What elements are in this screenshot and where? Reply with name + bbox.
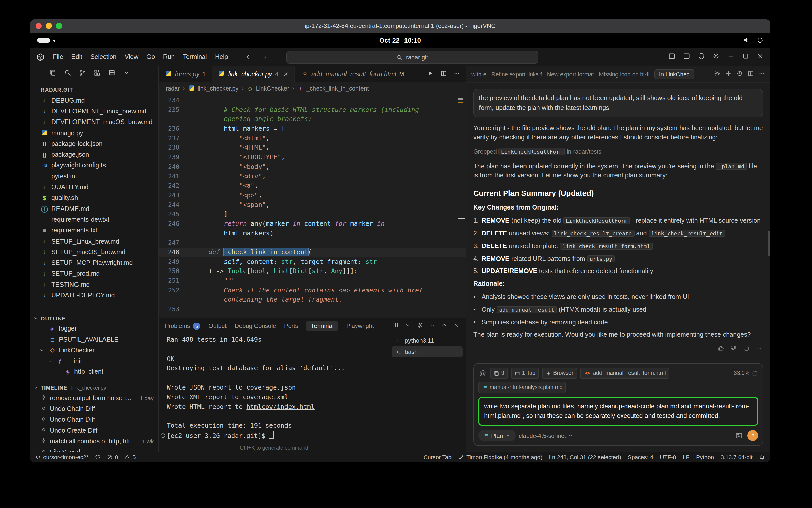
outline-item[interactable]: ◈logger [30,323,158,334]
chevup-panel-button[interactable] [441,322,447,330]
thumbdown-button[interactable] [730,345,737,354]
gear-panel-button[interactable] [417,322,423,330]
copy-button[interactable] [743,345,750,354]
back-icon[interactable] [245,53,252,60]
dots-button[interactable] [454,70,460,79]
code-editor[interactable]: 234235 # Check for basic HTML structure … [159,95,466,318]
menu-edit[interactable]: Edit [67,53,86,60]
outline-section-header[interactable]: OUTLINE [30,313,158,323]
status-item[interactable]: UTF-8 [660,454,676,460]
status-item[interactable]: Spaces: 4 [628,454,653,460]
status-item[interactable]: 5 [124,454,136,460]
file-item[interactable]: ↓QUALITY.md [30,182,158,193]
file-item[interactable]: ≡pytest.ini [30,171,158,182]
file-item[interactable]: ↓SETUP_Linux_brew.md [30,236,158,247]
split-button[interactable] [440,70,447,79]
editor-tab[interactable]: <>add_manual_result_form.htmlM [295,66,410,82]
breadcrumb-item[interactable]: link_checker.py [188,85,239,92]
sidebar-button[interactable] [668,52,676,62]
maximize-traffic-light[interactable] [56,23,62,29]
ext-toolbar-button[interactable] [93,69,101,78]
breadcrumb-item[interactable]: radar [166,85,180,92]
file-item[interactable]: ≡requirements.txt [30,225,158,236]
file-item[interactable]: manage.py [30,128,158,138]
panel-tab-output[interactable]: Output [209,323,226,330]
plus-chat-button[interactable] [725,70,732,78]
timeline-item[interactable]: Undo Create Diff [30,425,158,436]
speaker-icon[interactable] [743,37,750,44]
status-item[interactable]: cursor-timon-ec2* [35,454,88,460]
status-item[interactable]: 0 [107,454,118,460]
menu-run[interactable]: Run [159,53,179,60]
file-item[interactable]: ↓TESTING.md [30,279,158,290]
outline-item[interactable]: □PSUTIL_AVAILABLE [30,334,158,345]
menu-go[interactable]: Go [142,53,159,60]
restore-button[interactable] [742,52,750,62]
chat-tab[interactable]: Missing icon on bi-fi [599,71,649,77]
timeline-item[interactable]: File Saved [30,447,158,452]
mention-button[interactable]: @ [478,369,487,378]
status-item[interactable]: Ln 248, Col 31 (22 selected) [549,454,621,460]
gear-chat-button[interactable] [714,70,721,78]
timeline-item[interactable]: Undo Chain Diff [30,414,158,425]
split-chat-button[interactable] [747,70,754,78]
editor-tab[interactable]: link_checker.py4 [212,66,295,82]
editor-tab[interactable]: forms.py1 [159,66,212,82]
git-toolbar-button[interactable] [79,69,86,78]
history-chat-button[interactable] [736,70,743,78]
file-item[interactable]: ↓SETUP_macOS_brew.md [30,247,158,258]
model-selector[interactable]: claude-4.5-sonnet [519,431,573,440]
file-item[interactable]: {}package-lock.json [30,138,158,149]
dots-panel-button[interactable] [429,322,435,330]
chat-tab[interactable]: New export format [547,71,594,77]
minimize-button[interactable] [727,52,735,62]
thumbup-button[interactable] [717,345,724,354]
close-panel-button[interactable] [453,322,460,330]
terminal-link[interactable]: htmlcov/index.html [246,403,315,410]
status-item[interactable]: Cursor Tab [424,454,452,460]
breadcrumb[interactable]: radar›link_checker.py›◇LinkChecker›ƒ_che… [159,82,466,95]
menu-file[interactable]: File [49,53,67,60]
desktop-clock[interactable]: Oct 22 10:10 [379,37,421,44]
file-item[interactable]: ↓DEVELOPMENT_macOS_brew.md [30,117,158,128]
gear-button[interactable] [712,52,720,62]
command-center-search[interactable]: radar.git [286,51,539,64]
close-traffic-light[interactable] [36,23,42,29]
panel-tab-playwright[interactable]: Playwright [346,323,374,330]
split-panel-button[interactable] [392,322,399,330]
breadcrumb-item[interactable]: ƒ_check_link_in_content [297,85,369,92]
file-item[interactable]: ↓DEBUG.md [30,95,158,106]
timeline-item[interactable]: remove output form noise t...1 day [30,392,158,404]
play-button[interactable] [427,70,434,79]
status-item[interactable] [95,454,101,460]
attach-image-button[interactable] [735,432,743,439]
status-item[interactable] [759,454,765,460]
terminal-process[interactable]: python3.11 [391,335,463,346]
workspace-root-label[interactable]: RADAR.GIT [30,82,158,95]
power-icon[interactable] [757,37,764,44]
panelb-button[interactable] [683,52,690,62]
mode-selector[interactable]: Plan [478,430,516,441]
context-chip[interactable]: Browser [542,368,577,379]
file-item[interactable]: ↓SETUP_MCP-Playwright.md [30,258,158,268]
dots-chat-button[interactable] [759,70,765,78]
file-item[interactable]: ≡requirements-dev.txt [30,214,158,225]
status-item[interactable]: 3.13.7 64-bit [721,454,753,460]
terminal-process[interactable]: bash [391,346,463,357]
minimize-traffic-light[interactable] [46,23,52,29]
breadcrumb-item[interactable]: ◇LinkChecker [247,85,289,92]
menu-view[interactable]: View [121,53,142,60]
context-chip[interactable]: 9 [490,368,508,379]
status-item[interactable]: Timon Fiddike (4 months ago) [458,454,542,460]
macos-titlebar[interactable]: ip-172-31-42-84.eu-central-1.compute.int… [30,19,770,33]
file-item[interactable]: $quality.sh [30,193,158,203]
file-item[interactable]: {}package.json [30,149,158,160]
file-item[interactable]: TSplaywright.config.ts [30,160,158,171]
panel-tab-ports[interactable]: Ports [284,323,298,330]
menu-selection[interactable]: Selection [86,53,121,60]
dots-button[interactable] [756,345,762,354]
chevdown-panel-button[interactable] [404,322,411,330]
command-decoration-icon[interactable] [161,433,165,438]
close-button[interactable] [757,52,764,62]
outline-item[interactable]: ◈http_client [30,367,158,378]
